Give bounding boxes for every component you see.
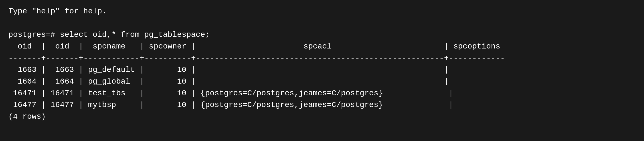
terminal-output: Type "help" for help. postgres=# select … (8, 6, 636, 123)
